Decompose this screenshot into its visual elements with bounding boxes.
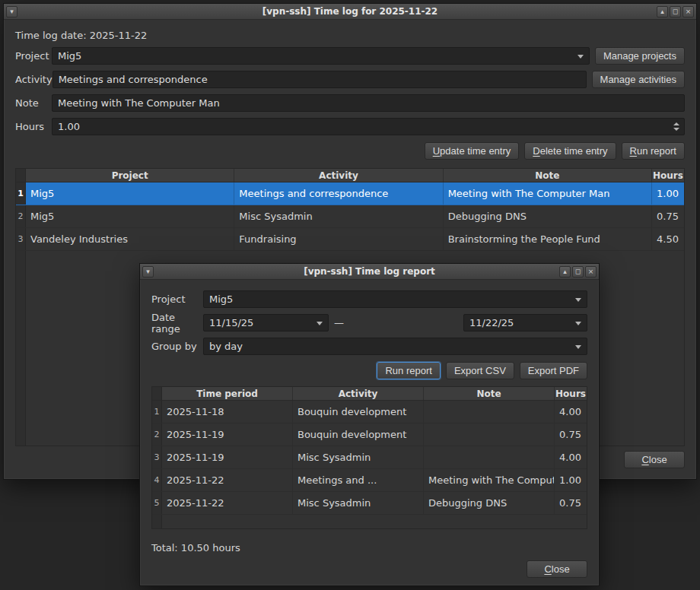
cell-note: [424, 423, 555, 446]
window-controls: ▴ ◻ ×: [657, 6, 694, 17]
column-header-activity[interactable]: Activity: [293, 387, 424, 400]
window-menu-button[interactable]: ▾: [6, 6, 18, 17]
table-row[interactable]: 2 Mig5 Misc Sysadmin Debugging DNS 0.75: [16, 205, 684, 228]
table-row[interactable]: 3 Vandeley Industries Fundraising Brains…: [16, 228, 684, 251]
cell-project: Mig5: [26, 205, 234, 227]
chevron-down-icon: [575, 298, 581, 302]
shade-button[interactable]: ▴: [657, 6, 668, 17]
window-close-button[interactable]: ×: [585, 266, 597, 278]
window-close-button[interactable]: ×: [682, 6, 694, 17]
total-hours-label: Total: 10.50 hours: [151, 542, 587, 554]
close-button[interactable]: Close: [527, 560, 587, 578]
report-dialog: ▾ [vpn-ssh] Time log report ▴ ◻ × Projec…: [139, 263, 600, 586]
window-menu-button[interactable]: ▾: [142, 266, 154, 278]
project-label: Project: [15, 50, 52, 62]
dialog-titlebar[interactable]: ▾ [vpn-ssh] Time log report ▴ ◻ ×: [140, 264, 599, 280]
main-window-title: [vpn-ssh] Time log for 2025-11-22: [4, 6, 696, 17]
cell-note: Debugging DNS: [424, 492, 555, 514]
main-titlebar[interactable]: ▾ [vpn-ssh] Time log for 2025-11-22 ▴ ◻ …: [4, 4, 696, 20]
spin-down-icon[interactable]: [673, 128, 679, 131]
close-icon: ×: [686, 8, 692, 15]
column-header-project[interactable]: Project: [26, 169, 234, 182]
delete-time-entry-button[interactable]: Delete time entry: [524, 142, 616, 160]
note-label: Note: [15, 97, 52, 109]
cell-activity: Misc Sysadmin: [293, 446, 424, 468]
export-csv-button[interactable]: Export CSV: [446, 362, 514, 379]
date-to-combobox[interactable]: 11/22/25: [463, 314, 587, 331]
spin-up-icon[interactable]: [673, 122, 679, 125]
table-row[interactable]: 1 Mig5 Meetings and correspondence Meeti…: [16, 182, 684, 205]
group-by-combobox[interactable]: by day: [203, 338, 587, 355]
dialog-title: [vpn-ssh] Time log report: [140, 266, 599, 277]
project-combobox[interactable]: Mig5: [52, 47, 590, 65]
table-row[interactable]: 4 2025-11-22 Meetings and ... Meeting wi…: [152, 469, 587, 492]
table-row[interactable]: 1 2025-11-18 Bouquin development 4.00: [152, 401, 587, 423]
manage-projects-button[interactable]: Manage projects: [595, 47, 685, 65]
run-report-button[interactable]: Run report: [377, 362, 440, 379]
maximize-button[interactable]: ◻: [670, 6, 681, 17]
cell-note: [424, 401, 555, 423]
table-header-row: Project Activity Note Hours: [16, 169, 684, 182]
cell-activity: Meetings and ...: [293, 469, 424, 491]
hours-spinner: [52, 118, 685, 135]
manage-activities-button[interactable]: Manage activities: [592, 71, 685, 88]
cell-hours: 1.00: [652, 182, 684, 205]
column-header-hours[interactable]: Hours: [555, 387, 587, 400]
cell-hours: 4.00: [555, 446, 587, 468]
date-range-row: Date range 11/15/25 — 11/22/25: [151, 314, 587, 331]
activity-input[interactable]: [52, 71, 587, 88]
cell-activity: Misc Sysadmin: [234, 205, 443, 227]
cell-activity: Bouquin development: [293, 423, 424, 446]
shade-icon: ▴: [660, 8, 664, 15]
cell-note: Meeting with The Computer...: [424, 469, 555, 491]
cell-time-period: 2025-11-22: [162, 492, 293, 514]
update-time-entry-button[interactable]: Update time entry: [425, 142, 520, 160]
run-report-button[interactable]: Run report: [622, 142, 685, 160]
date-range-label: Date range: [151, 312, 203, 335]
row-number-header: [16, 169, 26, 182]
column-header-note[interactable]: Note: [424, 387, 555, 400]
group-by-row: Group by by day: [151, 338, 587, 355]
table-row[interactable]: 5 2025-11-22 Misc Sysadmin Debugging DNS…: [152, 492, 587, 515]
row-number: 3: [16, 228, 26, 250]
maximize-button[interactable]: ◻: [572, 266, 584, 278]
cell-time-period: 2025-11-18: [162, 401, 293, 423]
report-project-row: Project Mig5: [151, 290, 587, 308]
column-header-time-period[interactable]: Time period: [162, 387, 293, 400]
column-header-activity[interactable]: Activity: [234, 169, 443, 182]
row-number: 2: [16, 205, 26, 227]
close-button[interactable]: Close: [624, 451, 685, 468]
export-pdf-button[interactable]: Export PDF: [520, 362, 587, 379]
date-from-combobox[interactable]: 11/15/25: [203, 314, 329, 331]
hours-input[interactable]: [52, 118, 685, 135]
group-by-label: Group by: [151, 341, 203, 352]
row-number: 1: [16, 182, 26, 205]
cell-activity: Meetings and correspondence: [234, 182, 443, 205]
cell-hours: 0.75: [652, 205, 684, 227]
row-number: 4: [152, 469, 162, 491]
window-controls: ▴ ◻ ×: [559, 266, 597, 278]
date-from-value: 11/15/25: [209, 317, 253, 328]
cell-hours: 0.75: [555, 423, 587, 446]
table-row[interactable]: 3 2025-11-19 Misc Sysadmin 4.00: [152, 446, 587, 469]
cell-time-period: 2025-11-19: [162, 446, 293, 468]
date-to-value: 11/22/25: [469, 317, 514, 328]
cell-note: [424, 446, 555, 468]
shade-button[interactable]: ▴: [559, 266, 571, 278]
maximize-icon: ◻: [575, 268, 581, 275]
note-input[interactable]: [52, 94, 685, 112]
chevron-down-icon: [317, 322, 323, 325]
report-project-combobox[interactable]: Mig5: [203, 290, 587, 308]
project-row: Project Mig5 Manage projects: [15, 47, 685, 65]
column-header-hours[interactable]: Hours: [652, 169, 684, 182]
row-number-header: [152, 387, 162, 400]
cell-note: Meeting with The Computer Man: [444, 182, 652, 205]
report-table: Time period Activity Note Hours 1 2025-1…: [151, 386, 587, 529]
group-by-value: by day: [209, 341, 243, 352]
cell-activity: Fundraising: [234, 228, 443, 250]
row-number: 1: [152, 401, 162, 423]
column-header-note[interactable]: Note: [444, 169, 652, 182]
spinner-buttons[interactable]: [673, 118, 681, 135]
table-row[interactable]: 2 2025-11-19 Bouquin development 0.75: [152, 423, 587, 446]
table-header-row: Time period Activity Note Hours: [152, 387, 587, 401]
